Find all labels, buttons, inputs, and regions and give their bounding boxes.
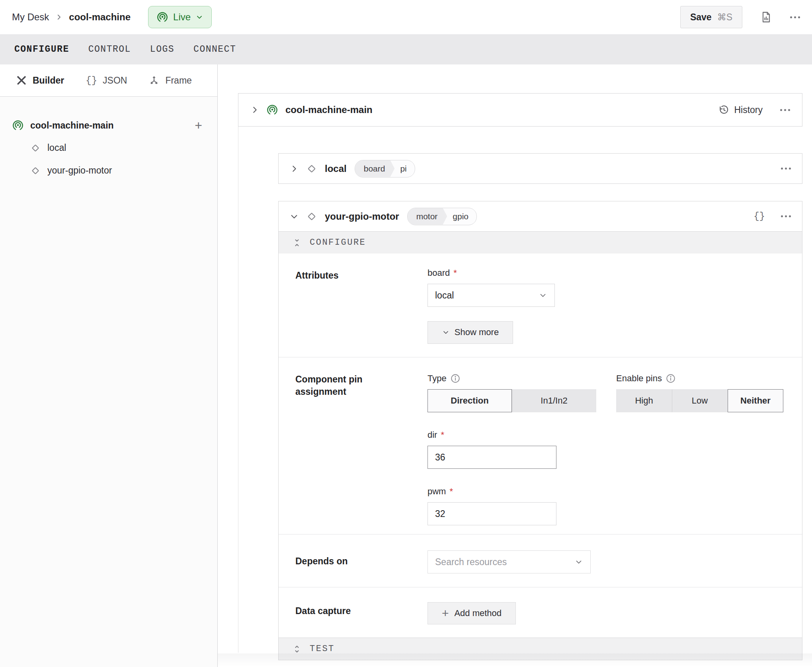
configure-section-bar[interactable]: CONFIGURE — [279, 231, 802, 254]
broadcast-icon — [156, 11, 168, 23]
chevron-down-icon — [195, 13, 203, 21]
tree-item-label: your-gpio-motor — [47, 165, 112, 176]
view-tab-builder-label: Builder — [33, 75, 64, 86]
expand-chevron-right-icon[interactable] — [250, 105, 259, 114]
tree-connector-line — [238, 127, 238, 653]
type-option-in1-in2[interactable]: In1/In2 — [512, 389, 596, 412]
view-mode-toolbar: Builder {} JSON Frame — [0, 64, 217, 97]
tab-configure[interactable]: CONFIGURE — [5, 34, 79, 64]
pwm-pin-input[interactable] — [427, 502, 556, 525]
attributes-section: Attributes board* local — [279, 254, 802, 357]
section-label: Data capture — [295, 605, 379, 617]
enable-pins-toggle-group: High Low Neither — [616, 389, 783, 412]
machine-part-tree: cool-machine-main + local — [0, 97, 217, 667]
data-capture-section: Data capture + Add method — [279, 587, 802, 638]
tools-icon — [16, 75, 27, 86]
board-select[interactable]: local — [427, 284, 555, 307]
config-main-panel: cool-machine-main History — [218, 64, 812, 667]
live-status-button[interactable]: Live — [148, 6, 212, 28]
pwm-field-label: pwm* — [427, 486, 802, 497]
type-field-label: Type — [427, 373, 596, 384]
add-component-icon[interactable]: + — [195, 119, 202, 132]
broadcast-icon — [266, 104, 278, 116]
enable-pins-field-label: Enable pins — [616, 373, 783, 384]
view-tab-json-label: JSON — [103, 75, 127, 86]
component-title: your-gpio-motor — [325, 211, 399, 222]
save-label: Save — [690, 12, 712, 23]
required-marker: * — [441, 430, 444, 440]
tab-control[interactable]: CONTROL — [79, 34, 141, 64]
required-marker: * — [449, 486, 453, 497]
component-diamond-icon — [30, 142, 41, 154]
enable-option-neither[interactable]: Neither — [728, 389, 783, 412]
broadcast-icon — [12, 119, 24, 131]
badge-model: gpio — [447, 208, 476, 225]
edit-json-icon[interactable]: {} — [753, 211, 765, 222]
save-button[interactable]: Save ⌘S — [680, 6, 742, 28]
component-title: local — [325, 163, 347, 174]
show-more-label: Show more — [455, 327, 499, 337]
card-overflow-menu-icon[interactable] — [781, 215, 791, 217]
expand-chevron-right-icon[interactable] — [290, 164, 299, 173]
card-overflow-menu-icon[interactable] — [781, 168, 791, 170]
component-type-badge: motor gpio — [407, 208, 477, 225]
type-toggle-block: Type Direction In1/In2 — [427, 373, 596, 412]
configure-bar-label: CONFIGURE — [310, 238, 366, 248]
component-diamond-icon — [306, 163, 318, 175]
tree-item-main-part[interactable]: cool-machine-main + — [0, 114, 217, 137]
tree-item-label: cool-machine-main — [30, 120, 195, 131]
component-type-badge: board pi — [355, 160, 415, 177]
section-label: Attributes — [295, 269, 379, 282]
show-more-button[interactable]: Show more — [427, 321, 513, 344]
gpio-motor-card-header: your-gpio-motor motor gpio {} — [279, 201, 802, 231]
tab-connect[interactable]: CONNECT — [184, 34, 246, 64]
depends-on-placeholder: Search resources — [435, 557, 507, 568]
collapse-chevron-down-icon[interactable] — [290, 212, 299, 221]
enable-option-high[interactable]: High — [616, 389, 672, 412]
frame-axes-icon — [148, 75, 160, 86]
enable-option-low[interactable]: Low — [672, 389, 728, 412]
header-overflow-menu-icon[interactable] — [790, 16, 800, 18]
breadcrumb: My Desk cool-machine — [12, 12, 131, 23]
history-button[interactable]: History — [718, 104, 763, 115]
machine-nav-tabs: CONFIGURE CONTROL LOGS CONNECT — [0, 34, 812, 64]
view-tab-frame[interactable]: Frame — [148, 75, 191, 86]
chevron-down-icon — [539, 291, 547, 300]
file-chart-icon[interactable] — [760, 11, 773, 23]
component-diamond-icon — [30, 165, 41, 176]
view-tab-builder[interactable]: Builder — [16, 75, 64, 86]
info-icon[interactable] — [450, 373, 461, 384]
card-overflow-menu-icon[interactable] — [780, 109, 790, 111]
type-toggle-group: Direction In1/In2 — [427, 389, 596, 412]
depends-on-select[interactable]: Search resources — [427, 550, 591, 573]
tab-logs[interactable]: LOGS — [141, 34, 184, 64]
top-header: My Desk cool-machine Live Save ⌘S — [0, 0, 812, 34]
bottom-fade — [218, 653, 812, 667]
machine-part-card: cool-machine-main History — [238, 93, 802, 127]
view-tab-json[interactable]: {} JSON — [86, 75, 127, 86]
tree-item-label: local — [47, 142, 66, 153]
dir-pin-input[interactable] — [427, 446, 556, 469]
add-method-button[interactable]: + Add method — [427, 602, 516, 624]
type-option-direction[interactable]: Direction — [427, 389, 512, 412]
config-sidebar: Builder {} JSON Frame — [0, 64, 218, 667]
braces-icon: {} — [86, 75, 97, 86]
breadcrumb-chevron-icon — [55, 14, 62, 21]
chevron-down-icon — [574, 558, 583, 566]
live-label: Live — [173, 12, 191, 23]
machine-name: cool-machine — [69, 12, 131, 23]
tree-item-local[interactable]: local — [0, 137, 217, 159]
viam-machine-page: My Desk cool-machine Live Save ⌘S — [0, 0, 812, 667]
history-icon — [718, 104, 729, 115]
info-icon[interactable] — [666, 373, 676, 384]
tree-item-your-gpio-motor[interactable]: your-gpio-motor — [0, 159, 217, 182]
required-marker: * — [453, 268, 457, 278]
enable-pins-block: Enable pins High Low — [616, 373, 783, 412]
gpio-motor-card: your-gpio-motor motor gpio {} — [278, 201, 802, 660]
breadcrumb-parent-link[interactable]: My Desk — [12, 12, 49, 23]
history-label: History — [734, 105, 763, 115]
collapse-vertical-icon — [292, 238, 302, 248]
board-select-value: local — [435, 290, 454, 301]
section-label: Component pin assignment — [295, 373, 379, 398]
depends-on-section: Depends on Search resources — [279, 534, 802, 587]
